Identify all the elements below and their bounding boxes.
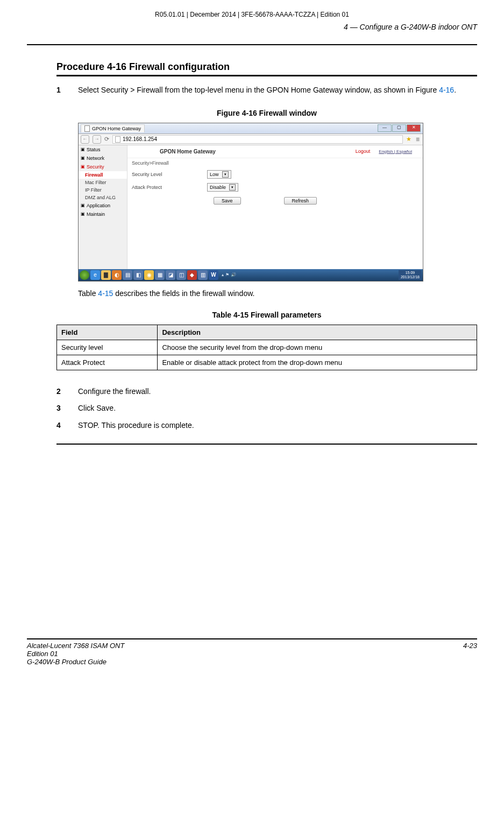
table-caption: Table 4-15 Firewall parameters	[56, 311, 477, 319]
app-icon[interactable]: ◫	[176, 270, 186, 280]
taskbar-clock[interactable]: 15:09 2013/12/18	[399, 270, 422, 280]
header-rule	[27, 44, 477, 45]
address-bar: ← → ⟳ 192.168.1.254 ★ ≡	[79, 134, 423, 145]
expand-icon: ▣	[81, 203, 85, 208]
table-row: Security level Choose the security level…	[57, 340, 477, 355]
forward-button[interactable]: →	[93, 135, 101, 144]
step-3: 3 Click Save.	[56, 403, 477, 414]
step-text-part: Select Security > Firewall from the top-…	[78, 86, 439, 94]
router-title: GPON Home Gateway	[160, 149, 216, 154]
refresh-button[interactable]: Refresh	[284, 197, 317, 205]
table-cell-field: Security level	[57, 340, 158, 355]
step-text: STOP. This procedure is complete.	[78, 420, 477, 431]
sidebar-item-status[interactable]: ▣Status	[79, 145, 127, 154]
step-4: 4 STOP. This procedure is complete.	[56, 420, 477, 431]
page-number: 4-23	[463, 642, 477, 666]
router-breadcrumb: Security>Firewall	[127, 158, 423, 168]
reload-button[interactable]: ⟳	[104, 136, 109, 143]
ie-icon[interactable]: e	[90, 270, 100, 280]
table-cell-desc: Enable or disable attack protect from th…	[158, 355, 477, 370]
app-icon[interactable]: ◆	[187, 270, 197, 280]
firewall-parameters-table: Field Description Security level Choose …	[56, 325, 477, 370]
table-header-description: Description	[158, 325, 477, 340]
url-text: 192.168.1.254	[123, 136, 157, 142]
firewall-window-screenshot: GPON Home Gateway — ▢ ✕ ← → ⟳ 192.168.1.…	[78, 123, 423, 282]
section-header: 4 — Configure a G-240W-B indoor ONT	[27, 23, 477, 33]
system-tray[interactable]: ▴⚑🔊	[219, 272, 238, 277]
clock-time: 15:09	[401, 271, 420, 275]
sidebar-item-maintain[interactable]: ▣Maintain	[79, 210, 127, 219]
sidebar-sub-ip-filter[interactable]: IP Filter	[79, 186, 127, 194]
tab-title: GPON Home Gateway	[92, 126, 141, 131]
windows-taskbar: e ▇ ◐ ▤ ◧ ◉ ▦ ◪ ◫ ◆ ▥ W ▴⚑🔊 15:09 2013/1…	[79, 269, 423, 281]
step-number: 2	[56, 386, 78, 397]
sidebar-item-security[interactable]: ▣Security	[79, 163, 127, 171]
window-titlebar: GPON Home Gateway — ▢ ✕	[79, 123, 423, 134]
dropdown-value: Low	[210, 172, 219, 177]
dropdown-value: Disable	[210, 185, 226, 190]
text-part: describes the fields in the firewall win…	[113, 289, 254, 298]
clock-date: 2013/12/18	[401, 275, 420, 279]
app-icon[interactable]: ◧	[133, 270, 143, 280]
sidebar-sub-firewall[interactable]: Firewall	[79, 171, 127, 179]
url-field[interactable]: 192.168.1.254	[112, 135, 403, 144]
menu-icon[interactable]: ≡	[415, 136, 421, 143]
expand-icon: ▣	[81, 164, 85, 169]
table-ref-link[interactable]: 4-15	[98, 289, 113, 298]
footer-line: G-240W-B Product Guide	[27, 658, 124, 666]
footer-line: Alcatel-Lucent 7368 ISAM ONT	[27, 642, 124, 650]
sidebar-label: Maintain	[87, 212, 105, 217]
attack-protect-dropdown[interactable]: Disable ▾	[207, 183, 238, 192]
security-level-row: Security Level Low ▾	[127, 168, 423, 181]
back-button[interactable]: ←	[81, 135, 89, 144]
explorer-icon[interactable]: ▇	[101, 270, 111, 280]
app-icon[interactable]: ◪	[166, 270, 175, 280]
sidebar-item-application[interactable]: ▣Application	[79, 201, 127, 210]
step-number: 4	[56, 420, 78, 431]
router-sidebar: ▣Status ▣Network ▣Security Firewall Mac …	[79, 145, 127, 269]
expand-icon: ▣	[81, 212, 85, 216]
page-footer: Alcatel-Lucent 7368 ISAM ONT Edition 01 …	[27, 638, 477, 666]
language-links[interactable]: English | Español	[379, 149, 412, 154]
attack-protect-row: Attack Protect Disable ▾	[127, 181, 423, 194]
close-button[interactable]: ✕	[407, 124, 421, 132]
figure-ref-link[interactable]: 4-16	[439, 86, 454, 94]
app-icon[interactable]: ▤	[123, 270, 132, 280]
app-icon[interactable]: ▥	[198, 270, 208, 280]
text-part: Table	[78, 289, 98, 298]
app-icon[interactable]: ▦	[155, 270, 165, 280]
router-main: GPON Home Gateway Logout English | Españ…	[127, 145, 423, 269]
save-button[interactable]: Save	[214, 197, 241, 205]
router-header: GPON Home Gateway Logout English | Españ…	[127, 145, 423, 158]
logout-link[interactable]: Logout	[356, 149, 371, 154]
table-row: Attack Protect Enable or disable attack …	[57, 355, 477, 370]
table-header-field: Field	[57, 325, 158, 340]
procedure-end-rule	[56, 444, 477, 445]
figure-caption: Figure 4-16 Firewall window	[56, 109, 477, 117]
sidebar-item-network[interactable]: ▣Network	[79, 154, 127, 163]
step-2: 2 Configure the firewall.	[56, 386, 477, 397]
attack-protect-label: Attack Protect	[132, 185, 207, 190]
bookmark-star-icon[interactable]: ★	[406, 136, 411, 143]
security-level-dropdown[interactable]: Low ▾	[207, 170, 231, 179]
sidebar-sub-mac-filter[interactable]: Mac Filter	[79, 179, 127, 186]
firefox-icon[interactable]: ◐	[112, 270, 122, 280]
page-icon	[84, 125, 90, 132]
sidebar-label: Application	[87, 203, 110, 208]
procedure-title: Procedure 4-16 Firewall configuration	[56, 61, 477, 76]
maximize-button[interactable]: ▢	[392, 124, 406, 132]
chrome-icon[interactable]: ◉	[144, 270, 154, 280]
table-ref-sentence: Table 4-15 describes the fields in the f…	[78, 289, 477, 298]
minimize-button[interactable]: —	[378, 124, 392, 132]
footer-line: Edition 01	[27, 650, 124, 658]
sidebar-label: Network	[87, 156, 104, 161]
word-icon[interactable]: W	[209, 270, 218, 280]
chevron-down-icon: ▾	[229, 184, 236, 191]
sidebar-sub-dmz-alg[interactable]: DMZ and ALG	[79, 194, 127, 201]
browser-tab[interactable]: GPON Home Gateway	[81, 124, 145, 132]
expand-icon: ▣	[81, 147, 85, 152]
doc-header: R05.01.01 | December 2014 | 3FE-56678-AA…	[27, 11, 477, 18]
step-text: Click Save.	[78, 403, 477, 414]
start-button-icon[interactable]	[80, 270, 89, 280]
step-number: 3	[56, 403, 78, 414]
